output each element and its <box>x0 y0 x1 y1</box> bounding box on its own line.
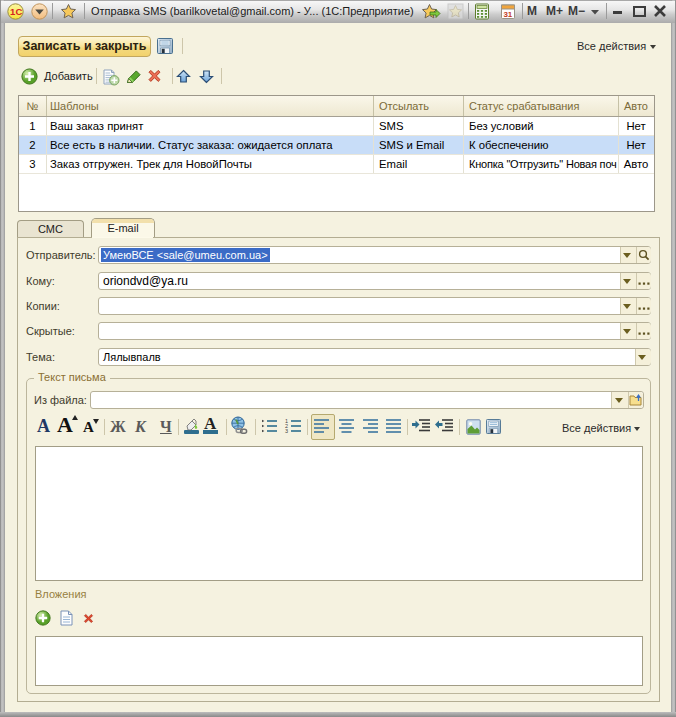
svg-text:3: 3 <box>285 428 288 434</box>
svg-text:31: 31 <box>503 10 512 19</box>
svg-text:1С: 1С <box>10 6 22 17</box>
